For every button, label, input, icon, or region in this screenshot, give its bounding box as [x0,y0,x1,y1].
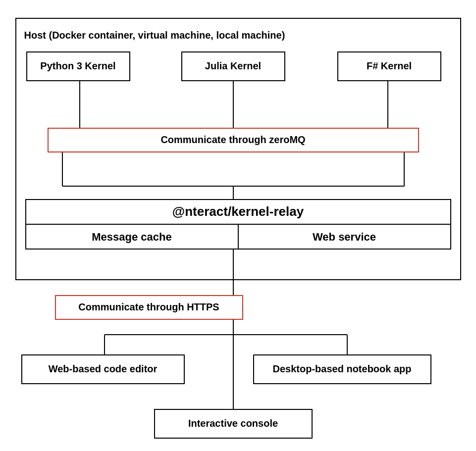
web-service-box: Web service [239,225,450,250]
julia-kernel-box: Julia Kernel [181,51,285,81]
web-editor-box: Web-based code editor [21,354,185,384]
host-label: Host (Docker container, virtual machine,… [24,30,285,41]
kernel-relay-label: @nteract/kernel-relay [172,204,304,219]
julia-kernel-label: Julia Kernel [205,60,261,72]
zeromq-box: Communicate through zeroMQ [48,128,419,152]
message-cache-box: Message cache [26,225,239,250]
web-editor-label: Web-based code editor [49,363,158,375]
web-service-label: Web service [313,231,376,244]
https-label: Communicate through HTTPS [78,301,219,313]
fsharp-kernel-box: F# Kernel [337,51,441,81]
kernel-relay-bottom: Message cache Web service [26,225,450,250]
zeromq-label: Communicate through zeroMQ [160,134,305,146]
desktop-app-box: Desktop-based notebook app [253,354,431,384]
kernel-relay-title: @nteract/kernel-relay [26,200,450,225]
message-cache-label: Message cache [92,231,171,244]
desktop-app-label: Desktop-based notebook app [272,363,411,375]
interactive-console-box: Interactive console [154,409,313,439]
https-box: Communicate through HTTPS [55,295,243,320]
interactive-console-label: Interactive console [188,418,278,429]
python3-kernel-label: Python 3 Kernel [40,60,115,72]
fsharp-kernel-label: F# Kernel [367,60,412,72]
kernel-relay-container: @nteract/kernel-relay Message cache Web … [25,199,451,250]
python3-kernel-box: Python 3 Kernel [26,51,130,81]
